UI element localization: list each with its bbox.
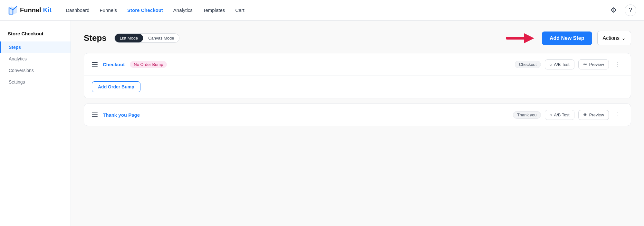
actions-label: Actions (603, 35, 620, 41)
nav-links: Dashboard Funnels Store Checkout Analyti… (62, 5, 598, 15)
preview-icon: 👁 (583, 62, 587, 67)
top-nav: FunnelKit Dashboard Funnels Store Checko… (0, 0, 644, 21)
thankyou-preview-label: Preview (589, 113, 604, 117)
layout: Store Checkout Steps Analytics Conversio… (0, 21, 644, 226)
mode-toggle: List Mode Canvas Mode (114, 33, 180, 43)
pointer-arrow (505, 31, 537, 45)
nav-funnels[interactable]: Funnels (96, 5, 121, 15)
thankyou-type-badge: Thank you (513, 111, 541, 119)
checkout-preview-label: Preview (589, 62, 604, 67)
sidebar-title: Store Checkout (0, 31, 71, 41)
thankyou-more-options-button[interactable]: ⋮ (613, 110, 623, 120)
checkout-ab-test-button[interactable]: ○ A/B Test (545, 59, 574, 69)
nav-right: ⚙ ? (608, 5, 636, 16)
main-content: Steps List Mode Canvas Mode Add New Step… (71, 21, 644, 226)
sidebar-item-steps[interactable]: Steps (0, 41, 71, 53)
ab-test-icon-2: ○ (550, 113, 552, 117)
checkout-more-options-button[interactable]: ⋮ (613, 59, 623, 69)
canvas-mode-button[interactable]: Canvas Mode (143, 34, 179, 42)
checkout-step-row: Checkout No Order Bump Checkout ○ A/B Te… (84, 53, 631, 76)
thankyou-step-right: Thank you ○ A/B Test 👁 Preview ⋮ (513, 110, 623, 120)
checkout-preview-button[interactable]: 👁 Preview (578, 59, 609, 69)
steps-header: Steps List Mode Canvas Mode Add New Step… (84, 31, 631, 45)
thankyou-preview-button[interactable]: 👁 Preview (578, 110, 609, 120)
page-title: Steps (84, 33, 107, 43)
settings-icon-button[interactable]: ⚙ (608, 5, 620, 16)
nav-store-checkout[interactable]: Store Checkout (123, 5, 167, 15)
thankyou-ab-test-button[interactable]: ○ A/B Test (545, 110, 574, 120)
add-order-bump-row: Add Order Bump (84, 76, 631, 98)
drag-handle-icon-2[interactable] (92, 113, 98, 117)
chevron-down-icon: ⌄ (621, 35, 626, 41)
ab-test-icon: ○ (550, 62, 552, 67)
add-order-bump-button[interactable]: Add Order Bump (92, 81, 140, 92)
thankyou-ab-test-label: A/B Test (554, 113, 570, 117)
sidebar-item-analytics[interactable]: Analytics (0, 53, 71, 65)
nav-analytics[interactable]: Analytics (169, 5, 197, 15)
thankyou-step-card: Thank you Page Thank you ○ A/B Test 👁 Pr… (84, 104, 631, 126)
thankyou-step-row: Thank you Page Thank you ○ A/B Test 👁 Pr… (84, 104, 631, 126)
drag-handle-icon[interactable] (92, 62, 98, 67)
list-mode-button[interactable]: List Mode (115, 34, 143, 42)
sidebar-item-settings[interactable]: Settings (0, 76, 71, 88)
checkout-step-right: Checkout ○ A/B Test 👁 Preview ⋮ (515, 59, 623, 69)
checkout-step-name[interactable]: Checkout (103, 62, 125, 67)
nav-dashboard[interactable]: Dashboard (62, 5, 93, 15)
thankyou-step-name[interactable]: Thank you Page (103, 112, 140, 118)
checkout-ab-test-label: A/B Test (554, 62, 570, 67)
nav-templates[interactable]: Templates (199, 5, 229, 15)
logo-funnel-text: Funnel (20, 6, 41, 14)
sidebar: Store Checkout Steps Analytics Conversio… (0, 21, 71, 226)
sidebar-item-conversions[interactable]: Conversions (0, 65, 71, 76)
nav-cart[interactable]: Cart (231, 5, 248, 15)
no-order-bump-badge: No Order Bump (130, 61, 167, 68)
checkout-type-badge: Checkout (515, 61, 541, 68)
preview-icon-2: 👁 (583, 113, 587, 117)
actions-button[interactable]: Actions ⌄ (597, 31, 631, 45)
help-icon-button[interactable]: ? (625, 5, 636, 16)
checkout-step-card: Checkout No Order Bump Checkout ○ A/B Te… (84, 53, 631, 98)
logo-kit-text: Kit (43, 6, 52, 14)
logo[interactable]: FunnelKit (8, 5, 52, 15)
add-new-step-button[interactable]: Add New Step (542, 32, 592, 45)
